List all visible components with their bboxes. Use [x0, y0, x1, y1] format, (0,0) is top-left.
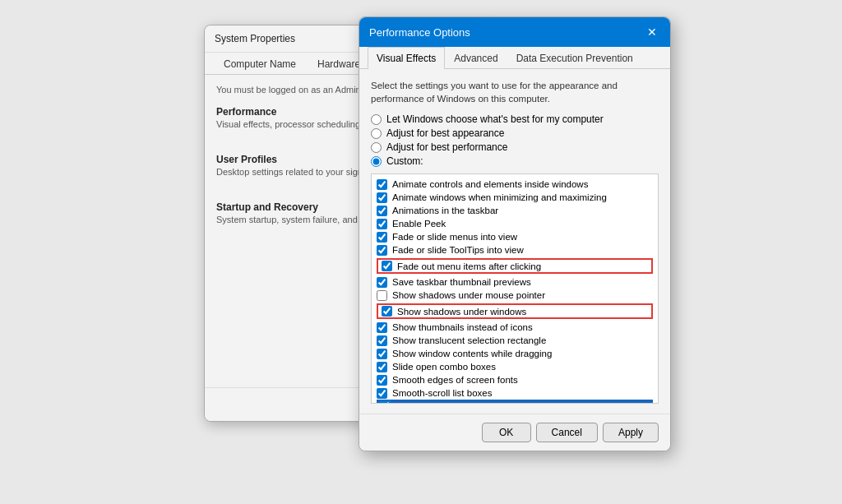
checkbox-item[interactable]: Smooth edges of screen fonts: [377, 373, 653, 386]
checkbox-label: Use drop shadows for icon labels on the …: [396, 401, 599, 405]
checkbox-item[interactable]: Enable Peek: [377, 217, 653, 230]
checkbox-item[interactable]: Show translucent selection rectangle: [377, 334, 653, 347]
checkbox-item[interactable]: Fade or slide ToolTips into view: [377, 243, 653, 257]
perf-body: Select the settings you want to use for …: [359, 69, 670, 414]
checkbox-item[interactable]: Fade out menu items after clicking: [377, 258, 653, 274]
checkbox-label: Fade or slide menus into view: [392, 232, 517, 242]
perf-window-title: Performance Options: [369, 26, 470, 39]
checkbox-input[interactable]: [377, 335, 387, 346]
radio-best-appearance-input[interactable]: [371, 128, 382, 139]
checkbox-input[interactable]: [377, 388, 387, 399]
checkbox-item[interactable]: Show shadows under windows: [377, 303, 653, 319]
checkbox-item[interactable]: Show window contents while dragging: [377, 347, 653, 360]
checkbox-label: Animate windows when minimizing and maxi…: [392, 192, 607, 202]
perf-tabs: Visual Effects Advanced Data Execution P…: [359, 47, 670, 69]
checkbox-label: Smooth edges of screen fonts: [392, 375, 518, 385]
checkbox-label: Fade out menu items after clicking: [397, 261, 541, 271]
checkbox-label: Show thumbnails instead of icons: [392, 322, 533, 332]
checkbox-item[interactable]: Smooth-scroll list boxes: [377, 386, 653, 400]
checkbox-label: Enable Peek: [392, 219, 446, 229]
checkbox-item[interactable]: Show shadows under mouse pointer: [377, 289, 653, 302]
checkbox-input[interactable]: [377, 232, 387, 243]
checkbox-label: Fade or slide ToolTips into view: [392, 245, 524, 255]
perf-ok-button[interactable]: OK: [482, 423, 531, 442]
radio-group: Let Windows choose what's best for my co…: [371, 113, 659, 167]
radio-best-performance-input[interactable]: [371, 142, 382, 153]
checkbox-input[interactable]: [377, 277, 387, 288]
checkbox-input[interactable]: [382, 261, 392, 271]
checkbox-label: Show shadows under windows: [397, 307, 526, 317]
checkbox-item[interactable]: Save taskbar thumbnail previews: [377, 275, 653, 289]
checkbox-item[interactable]: Use drop shadows for icon labels on the …: [377, 400, 653, 404]
radio-best-appearance[interactable]: Adjust for best appearance: [371, 127, 659, 139]
checkbox-input[interactable]: [377, 349, 387, 359]
perf-apply-button[interactable]: Apply: [603, 423, 659, 442]
checkbox-input[interactable]: [377, 179, 387, 190]
radio-best-performance[interactable]: Adjust for best performance: [371, 141, 659, 153]
checkbox-input[interactable]: [377, 245, 387, 256]
tab-data-execution[interactable]: Data Execution Prevention: [507, 47, 642, 69]
perf-footer: OK Cancel Apply: [359, 414, 670, 451]
checkbox-label: Save taskbar thumbnail previews: [392, 277, 531, 287]
sys-window-title: System Properties: [215, 33, 295, 44]
performance-options-window: Performance Options ✕ Visual Effects Adv…: [359, 16, 671, 451]
checkbox-label: Slide open combo boxes: [392, 362, 496, 372]
checkbox-label: Animations in the taskbar: [392, 206, 498, 215]
checkbox-input[interactable]: [377, 206, 387, 216]
perf-titlebar: Performance Options ✕: [359, 17, 670, 47]
checkbox-input[interactable]: [382, 306, 392, 317]
checkbox-label: Show translucent selection rectangle: [392, 335, 546, 345]
tab-visual-effects[interactable]: Visual Effects: [368, 47, 445, 69]
checkbox-input[interactable]: [377, 219, 387, 229]
tab-advanced[interactable]: Advanced: [445, 47, 507, 69]
radio-let-windows-input[interactable]: [371, 114, 382, 125]
checkbox-item[interactable]: Animate windows when minimizing and maxi…: [377, 191, 653, 204]
checkbox-input[interactable]: [377, 192, 387, 203]
checkbox-label: Smooth-scroll list boxes: [392, 388, 492, 398]
checkbox-item[interactable]: Animations in the taskbar: [377, 204, 653, 217]
checkbox-input[interactable]: [380, 400, 391, 404]
checkbox-item[interactable]: Slide open combo boxes: [377, 360, 653, 373]
checkbox-item[interactable]: Show thumbnails instead of icons: [377, 321, 653, 334]
checkbox-item[interactable]: Animate controls and elements inside win…: [377, 178, 653, 191]
checkbox-input[interactable]: [377, 375, 387, 386]
checkbox-label: Show shadows under mouse pointer: [392, 290, 545, 300]
radio-custom[interactable]: Custom:: [371, 155, 659, 167]
perf-description: Select the settings you want to use for …: [371, 79, 659, 105]
radio-let-windows[interactable]: Let Windows choose what's best for my co…: [371, 113, 659, 125]
checkbox-label: Show window contents while dragging: [392, 349, 552, 358]
perf-close-button[interactable]: ✕: [644, 24, 660, 40]
tab-computer-name[interactable]: Computer Name: [213, 53, 307, 75]
checkbox-list[interactable]: Animate controls and elements inside win…: [371, 173, 659, 404]
checkbox-input[interactable]: [377, 322, 387, 333]
checkbox-label: Animate controls and elements inside win…: [392, 179, 588, 189]
checkbox-input[interactable]: [377, 362, 387, 372]
checkbox-input[interactable]: [377, 290, 387, 301]
perf-cancel-button[interactable]: Cancel: [536, 423, 598, 442]
checkbox-item[interactable]: Fade or slide menus into view: [377, 230, 653, 243]
radio-custom-input[interactable]: [371, 156, 382, 167]
